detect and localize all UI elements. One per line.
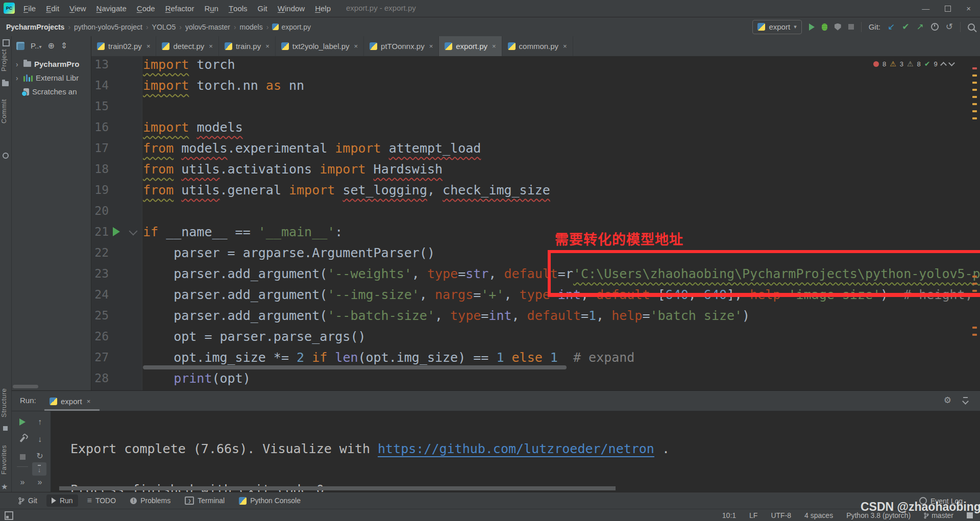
gear-icon[interactable]: ⚙ <box>944 395 951 406</box>
settings-wrench-icon[interactable] <box>16 433 29 446</box>
editor-hscrollbar[interactable] <box>143 365 567 369</box>
breadcrumb-item[interactable]: export.py <box>272 23 311 31</box>
project-view-select[interactable]: P..▾ <box>31 41 41 50</box>
code-line[interactable]: opt.img_size *= 2 if len(opt.img_size) =… <box>143 347 634 368</box>
menu-item-window[interactable]: Window <box>273 0 310 17</box>
status-item[interactable]: 4 spaces <box>804 511 833 519</box>
breadcrumb-item[interactable]: models <box>240 23 263 31</box>
hide-panel-icon[interactable] <box>963 397 968 407</box>
menu-item-run[interactable]: Run <box>199 0 224 17</box>
tab-close-icon[interactable]: × <box>354 42 358 50</box>
code-line[interactable]: print(opt) <box>143 368 251 389</box>
toolwindow-button-terminal[interactable]: ❯Terminal <box>180 494 230 507</box>
collapse-all-icon[interactable]: ⇕ <box>61 41 67 51</box>
rollback-icon[interactable]: ↺ <box>946 21 953 32</box>
tab-close-icon[interactable]: × <box>146 42 151 50</box>
code-line[interactable]: from utils.general import set_logging, c… <box>143 180 550 201</box>
editor-tab-txt2yolo_label.py[interactable]: txt2yolo_label.py× <box>276 36 364 56</box>
editor-tab-ptTOonnx.py[interactable]: ptTOonnx.py× <box>364 36 439 56</box>
folder-icon[interactable] <box>2 81 9 86</box>
status-item[interactable]: 10:1 <box>722 511 736 519</box>
stripe-commit-button[interactable]: Commit <box>0 95 11 127</box>
close-icon[interactable]: × <box>966 4 971 13</box>
breadcrumb-item[interactable]: PycharmProjects <box>6 23 64 31</box>
editor-tab-train02.py[interactable]: train02.py× <box>91 36 156 56</box>
code-line[interactable]: from utils.activations import Hardswish <box>143 159 443 180</box>
coverage-button[interactable] <box>835 23 841 31</box>
code-line[interactable]: parser = argparse.ArgumentParser() <box>143 242 435 263</box>
tab-close-icon[interactable]: × <box>87 398 91 405</box>
code-line[interactable]: import torch <box>143 56 235 75</box>
star-icon[interactable]: ★ <box>1 482 8 491</box>
git-update-icon[interactable]: ↙ <box>888 21 895 32</box>
restart-icon[interactable]: ↻ <box>33 449 46 462</box>
run-line-icon[interactable] <box>113 227 120 236</box>
toolwindow-button-problems[interactable]: !Problems <box>125 494 176 507</box>
git-push-icon[interactable]: ↗ <box>917 21 924 32</box>
history-icon[interactable] <box>931 23 939 31</box>
code-line[interactable]: import torch.nn as nn <box>143 75 304 96</box>
run-console-tab[interactable]: export × <box>44 391 95 411</box>
expand-arrow-icon[interactable]: › <box>16 60 20 68</box>
stripe-favorites-button[interactable]: Favorites <box>0 441 11 478</box>
menu-item-navigate[interactable]: Navigate <box>91 0 132 17</box>
more-actions-icon[interactable]: » <box>16 476 29 489</box>
code-line[interactable]: parser.add_argument('--batch-size', type… <box>143 305 750 326</box>
tab-close-icon[interactable]: × <box>429 42 433 50</box>
scroll-to-end-button[interactable]: ↓ <box>32 462 46 476</box>
locate-file-icon[interactable]: ⊕ <box>47 41 54 51</box>
run-console-output[interactable]: Export complete (7.66s). Visualize with … <box>51 411 980 492</box>
run-configuration-select[interactable]: export ▾ <box>752 20 801 34</box>
menu-item-refactor[interactable]: Refactor <box>160 0 200 17</box>
breadcrumb-item[interactable]: yolov5-master <box>185 23 230 31</box>
debug-button[interactable] <box>822 23 827 31</box>
menu-item-help[interactable]: Help <box>310 0 336 17</box>
project-hscrollbar[interactable] <box>13 385 38 388</box>
maximize-icon[interactable] <box>945 6 951 12</box>
toolwindow-button-git[interactable]: Git <box>13 494 42 507</box>
code-line[interactable]: opt = parser.parse_args() <box>143 326 366 347</box>
git-commit-icon[interactable]: ✔ <box>902 21 909 32</box>
editor-tab-export.py[interactable]: export.py× <box>439 36 502 56</box>
menu-item-tools[interactable]: Tools <box>224 0 253 17</box>
console-hscrollbar[interactable] <box>59 486 616 490</box>
down-stacktrace-button[interactable]: ↓ <box>33 433 46 446</box>
toolwindow-button-python-console[interactable]: Python Console <box>234 494 306 507</box>
code-line[interactable]: import models <box>143 117 243 138</box>
menu-item-code[interactable]: Code <box>132 0 160 17</box>
tab-close-icon[interactable]: × <box>209 42 213 50</box>
rerun-button[interactable] <box>16 415 29 429</box>
code-line[interactable]: from models.experimental import attempt_… <box>143 138 481 159</box>
tab-close-icon[interactable]: × <box>563 42 567 50</box>
netron-link[interactable]: https://github.com/lutzroeder/netron <box>378 441 654 456</box>
project-tree-item[interactable]: ›External Libr <box>12 71 91 85</box>
toolwindow-button-run[interactable]: Run <box>46 494 78 507</box>
project-tree-item[interactable]: Scratches an <box>12 85 91 98</box>
menu-item-edit[interactable]: Edit <box>41 0 64 17</box>
chevron-down-icon[interactable] <box>948 60 955 66</box>
toolwindow-button-todo[interactable]: ≡TODO <box>82 494 121 507</box>
restore-windows-icon[interactable] <box>5 511 13 520</box>
inspections-widget[interactable]: 8⚠3⚠8✔9 <box>873 58 954 70</box>
tab-close-icon[interactable]: × <box>492 42 496 50</box>
commit-icon[interactable] <box>3 153 9 159</box>
tab-close-icon[interactable]: × <box>265 42 270 50</box>
status-item[interactable]: LF <box>749 511 757 519</box>
breadcrumb-item[interactable]: python-yolov5-project <box>74 23 142 31</box>
editor-tab-train.py[interactable]: train.py× <box>219 36 276 56</box>
menu-item-file[interactable]: File <box>18 0 41 17</box>
minimize-icon[interactable]: — <box>922 4 929 13</box>
run-button[interactable] <box>809 23 815 31</box>
up-stacktrace-button[interactable]: ↑ <box>33 415 46 429</box>
project-tree-item[interactable]: ›PycharmPro <box>12 57 91 71</box>
editor-tab-common.py[interactable]: common.py× <box>502 36 573 56</box>
editor-tab-detect.py[interactable]: detect.py× <box>156 36 218 56</box>
menu-item-view[interactable]: View <box>64 0 91 17</box>
breadcrumb-item[interactable]: YOLO5 <box>152 23 176 31</box>
more-actions-icon[interactable]: » <box>33 476 46 489</box>
menu-item-git[interactable]: Git <box>253 0 273 17</box>
stripe-structure-button[interactable]: Structure <box>0 383 11 422</box>
stripe-project-button[interactable]: Project <box>0 44 11 76</box>
status-item[interactable]: UTF-8 <box>771 511 791 519</box>
chevron-up-icon[interactable] <box>940 62 947 68</box>
